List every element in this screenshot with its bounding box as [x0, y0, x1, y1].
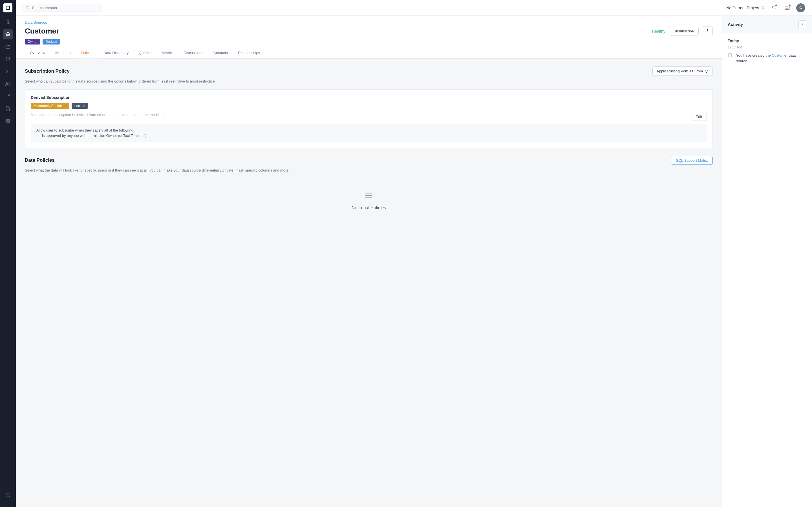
tabs: Overview Members Policies Data Dictionar…: [25, 48, 713, 58]
sidebar-item-add[interactable]: [3, 490, 13, 500]
derived-subscription-card: Derived Subscription Moderately Restrict…: [25, 89, 713, 148]
sql-support-matrix-button[interactable]: SQL Support Matrix: [671, 156, 713, 165]
activity-text-before: You have created the: [736, 53, 772, 57]
svg-line-10: [29, 8, 29, 9]
policy-card-title: Derived Subscription: [31, 95, 707, 100]
notifications-icon[interactable]: [769, 3, 778, 12]
project-selector[interactable]: No Current Project: [726, 6, 765, 10]
badge-locked: Locked: [71, 103, 88, 109]
tab-metrics[interactable]: Metrics: [157, 48, 179, 58]
page-title: Customer: [25, 27, 59, 36]
svg-point-12: [707, 29, 707, 30]
chevron-updown-icon: [761, 6, 765, 10]
subscription-policy-desc: Select who can subscribe to this data so…: [25, 78, 713, 84]
more-menu-button[interactable]: [702, 26, 713, 36]
breadcrumb[interactable]: Data Sources: [25, 20, 713, 24]
tab-policies[interactable]: Policies: [75, 48, 98, 58]
policy-derived-msg: Data source subscription is derived from…: [31, 113, 691, 117]
status-badge: Healthy: [652, 29, 665, 34]
svg-rect-18: [728, 54, 732, 57]
page-header: Data Sources Customer Healthy Unsubscrib…: [16, 16, 722, 59]
tag-derived: Derived: [43, 39, 60, 45]
tab-relationships[interactable]: Relationships: [233, 48, 265, 58]
topnav: No Current Project C: [16, 0, 812, 16]
badge-moderately-restricted: Moderately Restricted: [31, 103, 69, 109]
apply-existing-policies-button[interactable]: Apply Existing Policies From: [652, 66, 713, 76]
app-logo[interactable]: [3, 3, 12, 12]
tab-queries[interactable]: Queries: [134, 48, 157, 58]
sidebar-item-report[interactable]: [3, 104, 13, 114]
search-box[interactable]: [22, 4, 101, 12]
subscription-policy-header: Subscription Policy Apply Existing Polic…: [25, 66, 713, 76]
activity-title: Activity: [728, 22, 743, 27]
sidebar-item-home[interactable]: [3, 17, 13, 27]
header-actions: Healthy Unsubscribe: [652, 26, 713, 36]
svg-point-9: [27, 6, 29, 9]
policy-badges: Moderately Restricted Locked: [31, 103, 707, 109]
apply-btn-label: Apply Existing Policies From: [657, 69, 703, 73]
data-policies-header: Data Policies SQL Support Matrix: [25, 156, 713, 165]
activity-time: 12:57 PM: [728, 45, 806, 49]
chevron-updown-icon: [705, 69, 709, 73]
no-policies-title: No Local Policies: [352, 205, 386, 210]
tab-data-dictionary[interactable]: Data Dictionary: [98, 48, 134, 58]
activity-customer-link[interactable]: Customer: [772, 53, 788, 57]
calendar-icon: [728, 53, 733, 59]
activity-item: You have created the Customer data sourc…: [728, 53, 806, 64]
policy-rule-line1: Allow user to subscribe when they satisf…: [36, 128, 701, 132]
svg-point-2: [6, 82, 8, 83]
svg-point-13: [707, 31, 707, 31]
sidebar-item-folder[interactable]: [3, 42, 13, 52]
activity-panel: Activity Today 12:57 PM You have created…: [722, 16, 812, 507]
search-input[interactable]: [32, 6, 98, 10]
data-policies-title: Data Policies: [25, 158, 55, 163]
tab-discussions[interactable]: Discussions: [179, 48, 208, 58]
content-body: Subscription Policy Apply Existing Polic…: [16, 59, 722, 229]
keyboard-notification-dot: [789, 4, 791, 6]
notification-dot: [775, 4, 777, 6]
svg-point-14: [707, 32, 707, 32]
sidebar-item-shield[interactable]: [3, 54, 13, 64]
tab-overview[interactable]: Overview: [25, 48, 50, 58]
sidebar-item-key[interactable]: [3, 91, 13, 101]
no-policies-icon: [364, 191, 373, 201]
sidebar-item-users[interactable]: [3, 79, 13, 89]
edit-button[interactable]: Edit: [691, 113, 707, 121]
sidebar-item-layers[interactable]: [3, 29, 13, 40]
sidebar-item-settings[interactable]: [3, 116, 13, 126]
tab-contacts[interactable]: Contacts: [208, 48, 233, 58]
sidebar: [0, 0, 16, 507]
subscription-policy-title: Subscription Policy: [25, 68, 70, 74]
data-policies-desc: Select what the data will look like for …: [25, 168, 713, 173]
activity-header: Activity: [722, 16, 812, 33]
policy-rule-box: Allow user to subscribe when they satisf…: [31, 124, 707, 142]
svg-point-5: [7, 121, 9, 122]
project-label: No Current Project: [726, 6, 759, 10]
avatar[interactable]: C: [796, 3, 805, 12]
tags-row: Owner Derived: [25, 39, 713, 45]
unsubscribe-button[interactable]: Unsubscribe: [669, 27, 699, 36]
activity-body: Today 12:57 PM You have created the Cust…: [722, 33, 812, 69]
policy-rule-line2: is approved by anyone with permission Ow…: [36, 133, 701, 138]
chevron-right-icon: [801, 22, 804, 26]
tab-members[interactable]: Members: [50, 48, 75, 58]
tag-owner: Owner: [25, 39, 40, 45]
activity-today-label: Today: [728, 39, 806, 43]
activity-item-text: You have created the Customer data sourc…: [736, 53, 806, 64]
search-icon: [26, 6, 30, 10]
activity-toggle-button[interactable]: [799, 20, 806, 28]
no-policies-area: No Local Policies: [25, 182, 713, 221]
keyboard-icon[interactable]: [783, 3, 792, 12]
sidebar-item-terminal[interactable]: [3, 66, 13, 76]
